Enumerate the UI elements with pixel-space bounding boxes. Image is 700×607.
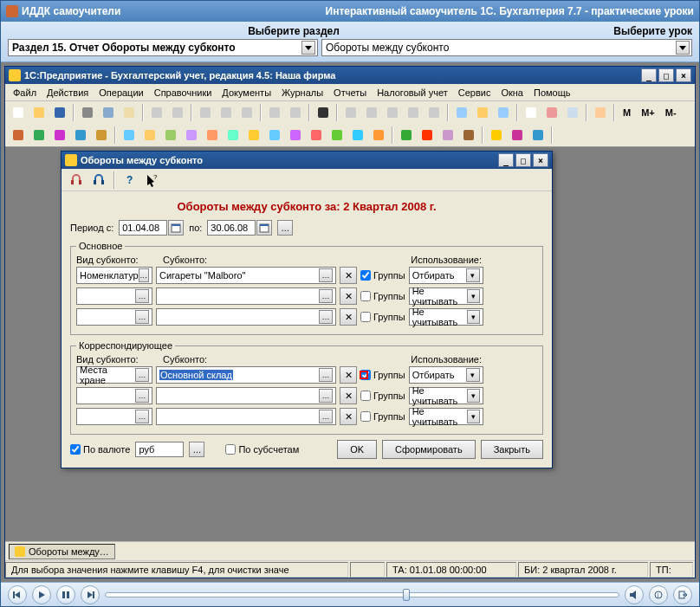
a5-icon[interactable] [92, 126, 111, 145]
b11-icon[interactable] [327, 126, 347, 145]
headset-open-icon[interactable] [67, 171, 86, 190]
sub-field[interactable]: … [156, 308, 336, 326]
undo-icon[interactable] [265, 103, 284, 122]
player-next-button[interactable] [81, 585, 100, 604]
menu-Операции[interactable]: Операции [94, 86, 147, 100]
a4-icon[interactable] [71, 126, 90, 145]
d1-icon[interactable] [487, 126, 506, 145]
menu-Сервис[interactable]: Сервис [454, 86, 496, 100]
b13-icon[interactable] [369, 126, 388, 145]
close-dialog-button[interactable]: Закрыть [481, 440, 543, 459]
player-pause-button[interactable] [56, 585, 75, 604]
menu-Справочники[interactable]: Справочники [150, 86, 217, 100]
y1-icon[interactable] [341, 103, 360, 122]
x3-icon[interactable] [196, 103, 215, 122]
y5-icon[interactable] [425, 103, 444, 122]
c3-icon[interactable] [438, 126, 457, 145]
ellipsis-button[interactable]: … [139, 268, 149, 282]
b10-icon[interactable] [307, 126, 326, 145]
c1-icon[interactable] [397, 126, 416, 145]
y3-icon[interactable] [383, 103, 402, 122]
b9-icon[interactable] [286, 126, 305, 145]
period-ellipsis-button[interactable]: … [277, 220, 293, 236]
d3-icon[interactable] [528, 126, 548, 145]
calendar-icon[interactable] [256, 220, 272, 236]
task-button[interactable]: Обороты между… [9, 544, 115, 559]
form-button[interactable]: Сформировать [382, 440, 476, 459]
vid-field[interactable]: … [76, 408, 152, 425]
vid-field[interactable]: … [76, 308, 152, 326]
cut-icon[interactable] [78, 103, 97, 122]
b6-icon[interactable] [224, 126, 243, 145]
menu-Помощь[interactable]: Помощь [529, 86, 575, 100]
x2-icon[interactable] [168, 103, 187, 122]
ellipsis-button[interactable]: … [135, 389, 149, 403]
redo-icon[interactable] [286, 103, 305, 122]
mem-М-[interactable]: М- [661, 103, 681, 122]
ellipsis-button[interactable]: … [319, 368, 333, 382]
mail-icon[interactable] [563, 103, 582, 122]
progress-knob[interactable] [403, 589, 410, 601]
x1-icon[interactable] [147, 103, 166, 122]
clear-button[interactable]: ✕ [340, 387, 357, 404]
group-check[interactable]: Группы [360, 312, 405, 322]
ok-button[interactable]: OK [337, 440, 377, 459]
new-icon[interactable] [9, 103, 28, 122]
headset-save-icon[interactable] [89, 171, 108, 190]
use-combo[interactable]: Не учитывать▾ [409, 387, 483, 404]
sub-field[interactable]: Основной склад… [156, 366, 336, 384]
group-check[interactable]: Группы [360, 291, 405, 301]
save-icon[interactable] [50, 103, 69, 122]
x5-icon[interactable] [237, 103, 256, 122]
close-button[interactable]: × [676, 68, 691, 82]
paste-icon[interactable] [120, 103, 139, 122]
group-check[interactable]: Группы [360, 411, 405, 422]
copy-icon[interactable] [99, 103, 118, 122]
chevron-down-icon[interactable]: ▾ [467, 389, 480, 403]
player-play-button[interactable] [32, 585, 51, 604]
chevron-down-icon[interactable]: ▾ [466, 268, 480, 282]
ellipsis-button[interactable]: … [319, 389, 333, 403]
b4-icon[interactable] [182, 126, 201, 145]
group-check[interactable]: Группы [360, 370, 405, 380]
help-icon[interactable] [473, 103, 492, 122]
b12-icon[interactable] [348, 126, 367, 145]
volume-button[interactable] [625, 585, 644, 604]
whatsthis-icon[interactable]: ? [143, 171, 162, 190]
chevron-down-icon[interactable] [301, 41, 315, 55]
y4-icon[interactable] [404, 103, 423, 122]
chevron-down-icon[interactable]: ▾ [467, 289, 480, 303]
vid-field[interactable]: … [76, 387, 152, 404]
ellipsis-button[interactable]: … [319, 310, 333, 324]
chevron-down-icon[interactable]: ▾ [466, 368, 480, 382]
clear-button[interactable]: ✕ [340, 287, 357, 305]
player-prev-button[interactable] [8, 585, 27, 604]
clear-button[interactable]: ✕ [340, 267, 357, 284]
vid-field[interactable]: Номенклатур… [76, 267, 152, 284]
exit-button[interactable] [673, 585, 692, 604]
sub-field[interactable]: … [156, 287, 336, 305]
ellipsis-button[interactable]: … [135, 310, 149, 324]
info-button[interactable]: i [649, 585, 668, 604]
ellipsis-button[interactable]: … [135, 289, 149, 303]
clear-button[interactable]: ✕ [340, 308, 357, 326]
a3-icon[interactable] [50, 126, 69, 145]
sub-field[interactable]: … [156, 408, 336, 425]
section-combo[interactable]: Раздел 15. Отчет Обороты между субконто [8, 39, 318, 56]
lesson-combo[interactable]: Обороты между субконто [321, 39, 692, 56]
minimize-button[interactable]: _ [641, 68, 657, 82]
use-combo[interactable]: Не учитывать▾ [409, 287, 483, 305]
book-icon[interactable] [591, 103, 610, 122]
menu-Файл[interactable]: Файл [9, 86, 41, 100]
group-check[interactable]: Группы [360, 270, 405, 281]
a1-icon[interactable] [9, 126, 28, 145]
open-icon[interactable] [29, 103, 49, 122]
vid-field[interactable]: Места хране… [76, 366, 152, 384]
mem-М+[interactable]: М+ [637, 103, 659, 122]
use-combo[interactable]: Не учитывать▾ [409, 408, 483, 425]
chevron-down-icon[interactable]: ▾ [467, 310, 480, 324]
d2-icon[interactable] [508, 126, 527, 145]
menu-Налоговый учет[interactable]: Налоговый учет [373, 86, 452, 100]
date-to-field[interactable]: 30.06.08 [207, 220, 256, 236]
menu-Отчеты[interactable]: Отчеты [329, 86, 371, 100]
